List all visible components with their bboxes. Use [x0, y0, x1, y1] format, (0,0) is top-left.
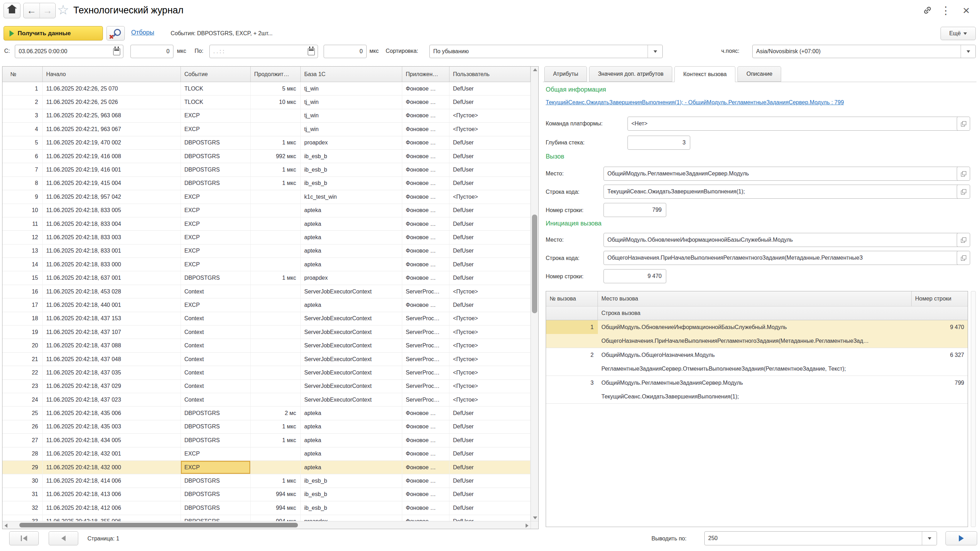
log-cell[interactable]: 1	[2, 82, 43, 95]
call-line-cell[interactable]: ОбщегоНазначения.ПриНачалеВыполненияРегл…	[546, 334, 968, 348]
log-cell[interactable]: Фоновое …	[402, 204, 449, 217]
log-cell[interactable]: 11.06.2025 20:42:18, 957 042	[43, 190, 181, 203]
log-cell[interactable]: EXCP	[181, 245, 251, 257]
calendar-button[interactable]	[112, 47, 121, 56]
log-cell[interactable]: apteka	[301, 420, 402, 433]
log-cell[interactable]: Фоновое …	[402, 488, 449, 501]
prev-page-button[interactable]	[49, 531, 78, 545]
log-cell[interactable]: <Пустое>	[449, 326, 531, 338]
scroll-up-icon[interactable]	[533, 68, 537, 71]
log-cell[interactable]: 29	[2, 461, 43, 474]
log-cell[interactable]: ServerJobExecutorContext	[301, 285, 402, 298]
log-cell[interactable]: 11.06.2025 20:42:18, 833 001	[43, 245, 181, 257]
back-button[interactable]: ←	[24, 3, 40, 18]
log-cell[interactable]: 32	[2, 501, 43, 514]
init-code-field[interactable]: ОбщегоНазначения.ПриНачалеВыполненияРегл…	[603, 251, 970, 265]
log-cell[interactable]: ib_esb_b	[301, 150, 402, 163]
log-cell[interactable]: 2	[2, 95, 43, 108]
table-row[interactable]: 2911.06.2025 20:42:18, 432 000EXCPapteka…	[2, 461, 531, 474]
log-cell[interactable]: 11.06.2025 20:42:18, 833 004	[43, 218, 181, 230]
log-cell[interactable]: 1 мкс	[251, 271, 301, 284]
table-row[interactable]: 1311.06.2025 20:42:18, 833 001EXCPapteka…	[2, 245, 531, 258]
log-cell[interactable]: apteka	[301, 204, 402, 217]
to-date-input[interactable]: . . : :	[209, 45, 318, 58]
scroll-down-icon[interactable]	[533, 516, 537, 519]
log-cell[interactable]: Фоновое …	[402, 177, 449, 190]
to-us-input[interactable]: 0	[324, 45, 367, 58]
init-lineno-field[interactable]: 9 470	[603, 269, 666, 283]
log-cell[interactable]: EXCP	[181, 218, 251, 230]
sort-select[interactable]: По убыванию	[430, 45, 663, 58]
log-cell[interactable]	[251, 380, 301, 393]
log-cell[interactable]: 11.06.2025 20:42:18, 435 006	[43, 407, 181, 419]
log-cell[interactable]: DefUser	[449, 501, 531, 514]
log-cell[interactable]: apteka	[301, 258, 402, 271]
call-num-cell[interactable]: 2	[546, 348, 598, 362]
table-row[interactable]: 2411.06.2025 20:42:18, 437 023ContextSer…	[2, 393, 531, 407]
log-cell[interactable]: EXCP	[181, 461, 251, 474]
log-cell[interactable]: Context	[181, 326, 251, 338]
log-cell[interactable]: tj_win	[301, 95, 402, 108]
dropdown-button[interactable]	[648, 45, 662, 58]
log-cell[interactable]: apteka	[301, 218, 402, 230]
log-cell[interactable]: Фоновое …	[402, 474, 449, 487]
log-cell[interactable]: proapdex	[301, 515, 402, 521]
log-cell[interactable]	[251, 258, 301, 271]
from-date-input[interactable]: 03.06.2025 0:00:00	[15, 45, 123, 58]
log-cell[interactable]: 994 мкс	[251, 501, 301, 514]
log-cell[interactable]: Фоновое …	[402, 420, 449, 433]
log-cell[interactable]: EXCP	[181, 258, 251, 271]
call-place-cell[interactable]: ОбщийМодуль.ОбновлениеИнформационнойБазы…	[598, 320, 912, 334]
log-cell[interactable]: apteka	[301, 448, 402, 460]
column-header-call-line[interactable]: Строка вызова	[598, 306, 968, 320]
platform-cmd-field[interactable]: <Нет>	[627, 117, 970, 131]
log-cell[interactable]: 10	[2, 204, 43, 217]
log-cell[interactable]: 11.06.2025 20:42:18, 637 001	[43, 271, 181, 284]
log-cell[interactable]: 26	[2, 420, 43, 433]
log-cell[interactable]	[251, 190, 301, 203]
log-cell[interactable]: 11.06.2025 20:42:26, 25 070	[43, 82, 181, 95]
log-cell[interactable]	[251, 122, 301, 136]
log-cell[interactable]: DefUser	[449, 82, 531, 95]
log-cell[interactable]: DefUser	[449, 258, 531, 271]
log-cell[interactable]: EXCP	[181, 122, 251, 136]
call-place-field[interactable]: ОбщийМодуль.РегламентныеЗаданияСервер.Мо…	[603, 167, 970, 181]
log-cell[interactable]: Фоновое …	[402, 150, 449, 163]
log-cell[interactable]: 11.06.2025 20:42:26, 25 026	[43, 95, 181, 108]
call-place-cell[interactable]: ОбщийМодуль.РегламентныеЗаданияСервер.Мо…	[598, 376, 912, 390]
horizontal-scrollbar[interactable]	[2, 521, 531, 529]
vertical-scrollbar-thumb[interactable]	[532, 214, 537, 313]
log-cell[interactable]: Фоновое …	[402, 515, 449, 521]
log-cell[interactable]: 3	[2, 109, 43, 122]
call-lineno-cell[interactable]: 9 470	[912, 320, 968, 334]
log-cell[interactable]: 22	[2, 366, 43, 379]
log-cell[interactable]: 1 мкс	[251, 163, 301, 176]
log-cell[interactable]: Context	[181, 380, 251, 393]
log-cell[interactable]: DefUser	[449, 474, 531, 487]
log-cell[interactable]: DBPOSTGRS	[181, 407, 251, 419]
log-cell[interactable]: ServerProc…	[402, 380, 449, 393]
column-header[interactable]: База 1С	[301, 67, 402, 82]
log-cell[interactable]: <Пустое>	[449, 312, 531, 325]
log-cell[interactable]: DefUser	[449, 433, 531, 447]
close-button[interactable]: ×	[960, 4, 972, 16]
log-cell[interactable]: DefUser	[449, 448, 531, 460]
table-row[interactable]: 2711.06.2025 20:42:18, 434 005DBPOSTGRS1…	[2, 433, 531, 447]
table-row[interactable]: 511.06.2025 20:42:19, 470 002DBPOSTGRS1 …	[2, 137, 531, 150]
column-header[interactable]: Пользователь	[449, 67, 531, 82]
log-cell[interactable]: 994 мкс	[251, 488, 301, 501]
log-cell[interactable]: 11.06.2025 20:42:18, 412 006	[43, 501, 181, 514]
log-cell[interactable]: Фоновое …	[402, 271, 449, 284]
table-row[interactable]: 1811.06.2025 20:42:18, 437 153ContextSer…	[2, 312, 531, 326]
log-cell[interactable]: ib_esb_b	[301, 177, 402, 190]
call-num-cell[interactable]: 1	[546, 320, 598, 334]
log-cell[interactable]: ServerJobExecutorContext	[301, 380, 402, 393]
favorite-star-icon[interactable]: ☆	[57, 2, 69, 17]
log-cell[interactable]: ServerProc…	[402, 312, 449, 325]
log-cell[interactable]: 11.06.2025 20:42:18, 435 003	[43, 420, 181, 433]
column-header[interactable]: Продолжит…	[251, 67, 301, 82]
log-cell[interactable]: 19	[2, 326, 43, 338]
log-cell[interactable]: ServerProc…	[402, 353, 449, 366]
log-cell[interactable]: Фоновое …	[402, 109, 449, 122]
tab-2[interactable]: Значения доп. атрибутов	[589, 66, 672, 82]
